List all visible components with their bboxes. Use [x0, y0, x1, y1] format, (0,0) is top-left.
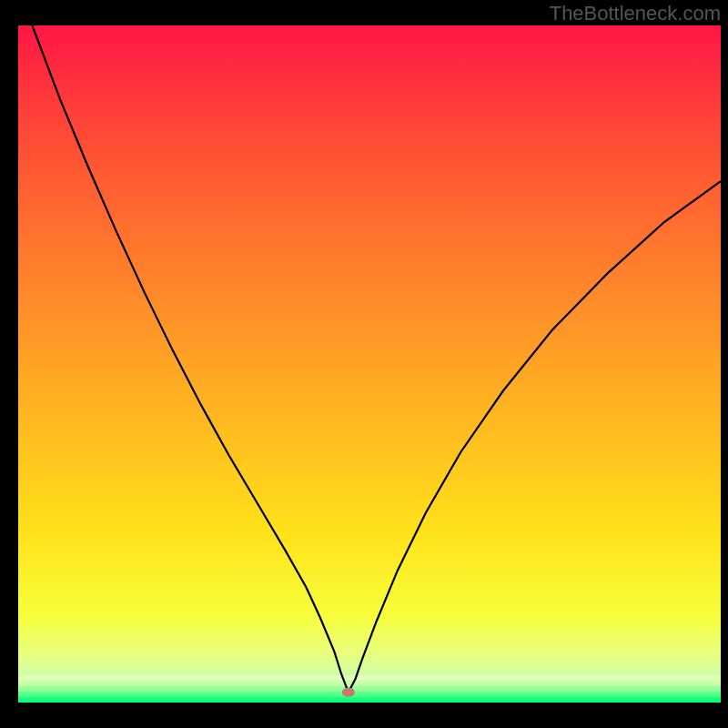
gradient-background [18, 25, 721, 703]
svg-rect-4 [18, 697, 721, 703]
frame-border [721, 0, 728, 728]
watermark-text: TheBottleneck.com [550, 2, 721, 25]
green-band [18, 675, 721, 703]
notch-dot [342, 688, 355, 697]
chart-frame: TheBottleneck.com [0, 0, 728, 728]
svg-rect-3 [18, 692, 721, 697]
chart-canvas [0, 0, 728, 728]
svg-rect-1 [18, 681, 721, 686]
svg-rect-2 [18, 686, 721, 692]
frame-border [0, 0, 18, 728]
frame-border [0, 703, 728, 728]
svg-rect-0 [18, 675, 721, 681]
